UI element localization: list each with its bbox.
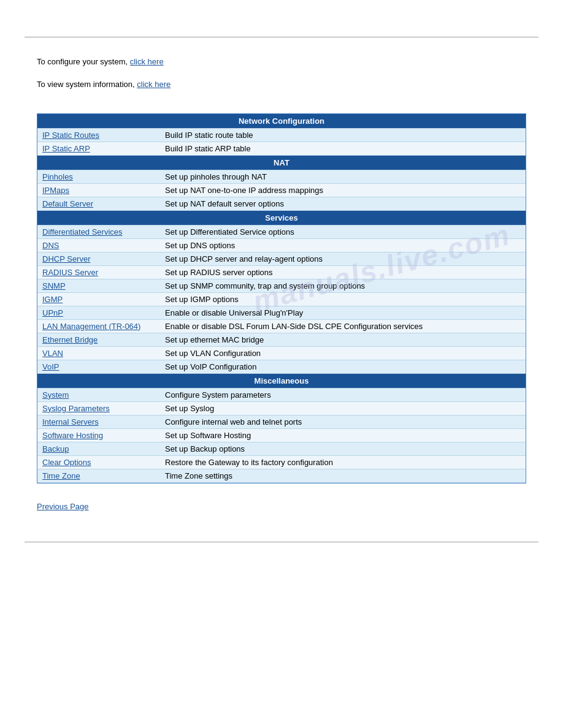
row-link[interactable]: Time Zone — [42, 471, 80, 480]
row-link[interactable]: IP Static ARP — [42, 144, 90, 153]
row-link[interactable]: Clear Options — [42, 458, 91, 467]
table-row: Syslog ParametersSet up Syslog — [37, 401, 526, 415]
row-link[interactable]: Pinholes — [42, 172, 73, 181]
bottom-rule — [25, 542, 538, 542]
row-desc-cell: Set up RADIUS server options — [160, 265, 526, 279]
top-links-area: To configure your system, click here To … — [0, 37, 563, 107]
row-link[interactable]: SNMP — [42, 281, 66, 290]
top-para-2: To view system information, click here — [37, 78, 526, 91]
row-desc-cell: Set up IGMP options — [160, 292, 526, 306]
row-link[interactable]: RADIUS Server — [42, 268, 98, 277]
row-link[interactable]: IPMaps — [42, 186, 69, 195]
row-link-cell: Default Server — [37, 197, 160, 210]
row-desc-cell: Set up VLAN Configuration — [160, 346, 526, 360]
row-link-cell: Clear Options — [37, 455, 160, 469]
row-link[interactable]: DHCP Server — [42, 254, 91, 264]
row-link[interactable]: System — [42, 390, 69, 400]
table-row: Default ServerSet up NAT default server … — [37, 197, 526, 210]
table-row: LAN Management (TR-064)Enable or disable… — [37, 319, 526, 333]
row-link-cell: Syslog Parameters — [37, 401, 160, 415]
table-row: IPMapsSet up NAT one-to-one IP address m… — [37, 183, 526, 197]
bottom-para-1: Previous Page — [37, 502, 526, 511]
row-desc-cell: Enable or disable DSL Forum LAN-Side DSL… — [160, 319, 526, 333]
table-row: Differentiated ServicesSet up Differenti… — [37, 225, 526, 238]
table-row: Internal ServersConfigure internal web a… — [37, 415, 526, 428]
row-desc-cell: Set up Syslog — [160, 401, 526, 415]
top-link-1[interactable]: click here — [130, 57, 164, 66]
row-link[interactable]: Default Server — [42, 199, 93, 208]
row-link[interactable]: IP Static Routes — [42, 131, 99, 140]
row-link[interactable]: LAN Management (TR-064) — [42, 322, 140, 331]
row-desc-cell: Time Zone settings — [160, 469, 526, 482]
table-row: DHCP ServerSet up DHCP server and relay-… — [37, 252, 526, 265]
row-link[interactable]: Backup — [42, 444, 69, 453]
row-link-cell: UPnP — [37, 306, 160, 319]
row-link-cell: RADIUS Server — [37, 265, 160, 279]
table-row: IP Static ARPBuild IP static ARP table — [37, 142, 526, 155]
row-link-cell: IPMaps — [37, 183, 160, 197]
row-link[interactable]: Software Hosting — [42, 431, 103, 440]
bottom-links-area: Previous Page — [0, 496, 563, 523]
row-link-cell: LAN Management (TR-064) — [37, 319, 160, 333]
row-desc-cell: Set up NAT one-to-one IP address mapping… — [160, 183, 526, 197]
row-desc-cell: Set up pinholes through NAT — [160, 170, 526, 183]
row-link-cell: Internal Servers — [37, 415, 160, 428]
row-desc-cell: Set up SNMP community, trap and system g… — [160, 279, 526, 292]
table-row: Clear OptionsRestore the Gateway to its … — [37, 455, 526, 469]
row-link[interactable]: VLAN — [42, 349, 63, 358]
table-row: VLANSet up VLAN Configuration — [37, 346, 526, 360]
table-row: DNSSet up DNS options — [37, 238, 526, 252]
row-desc-cell: Set up NAT default server options — [160, 197, 526, 210]
row-desc-cell: Set up Backup options — [160, 442, 526, 455]
row-link-cell: Backup — [37, 442, 160, 455]
row-desc-cell: Set up VoIP Configuration — [160, 360, 526, 373]
table-row: Ethernet BridgeSet up ethernet MAC bridg… — [37, 333, 526, 346]
table-row: SystemConfigure System parameters — [37, 388, 526, 401]
row-desc-cell: Set up DNS options — [160, 238, 526, 252]
row-link-cell: Ethernet Bridge — [37, 333, 160, 346]
row-link-cell: Software Hosting — [37, 428, 160, 442]
row-link-cell: VoIP — [37, 360, 160, 373]
row-link[interactable]: Ethernet Bridge — [42, 335, 98, 344]
row-desc-cell: Set up DHCP server and relay-agent optio… — [160, 252, 526, 265]
table-row: BackupSet up Backup options — [37, 442, 526, 455]
previous-page-link[interactable]: Previous Page — [37, 502, 89, 511]
table-row: Software HostingSet up Software Hosting — [37, 428, 526, 442]
row-desc-cell: Build IP static route table — [160, 128, 526, 142]
row-link[interactable]: IGMP — [42, 295, 63, 304]
row-desc-cell: Set up Differentiated Service options — [160, 225, 526, 238]
row-link[interactable]: VoIP — [42, 362, 59, 371]
section-header: Network Configuration — [37, 114, 526, 129]
row-desc-cell: Build IP static ARP table — [160, 142, 526, 155]
row-link-cell: Differentiated Services — [37, 225, 160, 238]
table-row: IP Static RoutesBuild IP static route ta… — [37, 128, 526, 142]
row-link-cell: Pinholes — [37, 170, 160, 183]
row-desc-cell: Configure internal web and telnet ports — [160, 415, 526, 428]
row-desc-cell: Set up ethernet MAC bridge — [160, 333, 526, 346]
row-link[interactable]: UPnP — [42, 308, 63, 317]
table-row: SNMPSet up SNMP community, trap and syst… — [37, 279, 526, 292]
row-desc-cell: Restore the Gateway to its factory confi… — [160, 455, 526, 469]
section-header: NAT — [37, 155, 526, 170]
row-desc-cell: Set up Software Hosting — [160, 428, 526, 442]
row-desc-cell: Enable or disable Universal Plug'n'Play — [160, 306, 526, 319]
table-row: Time ZoneTime Zone settings — [37, 469, 526, 482]
row-link-cell: System — [37, 388, 160, 401]
row-link-cell: Time Zone — [37, 469, 160, 482]
table-row: UPnPEnable or disable Universal Plug'n'P… — [37, 306, 526, 319]
table-row: IGMPSet up IGMP options — [37, 292, 526, 306]
row-link[interactable]: Syslog Parameters — [42, 404, 110, 413]
row-link[interactable]: DNS — [42, 241, 59, 250]
row-link-cell: IGMP — [37, 292, 160, 306]
row-link[interactable]: Differentiated Services — [42, 227, 123, 237]
top-link-2[interactable]: click here — [137, 80, 170, 89]
row-link-cell: SNMP — [37, 279, 160, 292]
top-para-1: To configure your system, click here — [37, 56, 526, 69]
config-table: Network ConfigurationIP Static RoutesBui… — [37, 114, 526, 483]
row-desc-cell: Configure System parameters — [160, 388, 526, 401]
table-row: VoIPSet up VoIP Configuration — [37, 360, 526, 373]
row-link-cell: IP Static ARP — [37, 142, 160, 155]
config-table-container: Network ConfigurationIP Static RoutesBui… — [37, 113, 526, 483]
row-link[interactable]: Internal Servers — [42, 417, 99, 427]
row-link-cell: DHCP Server — [37, 252, 160, 265]
